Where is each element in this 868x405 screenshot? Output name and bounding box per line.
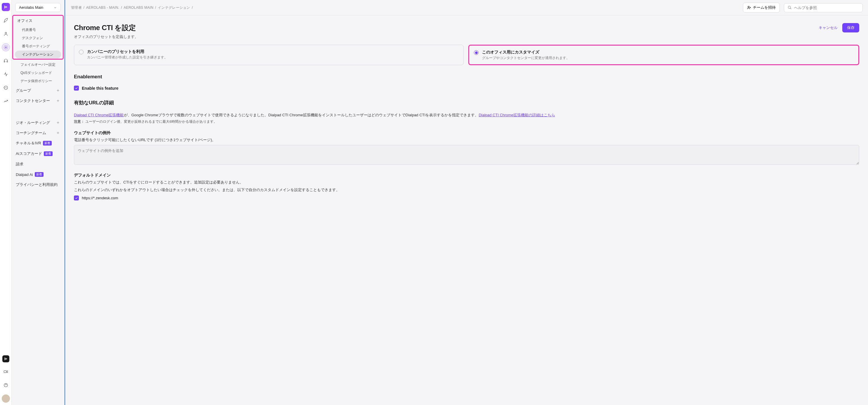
domain-item-label: https://*.zendesk.com [82,196,118,200]
check-icon [75,87,78,90]
sidebar-item-channel-ivr[interactable]: チャネル＆IVR新着 [12,138,64,149]
ai-badge-icon[interactable] [2,355,9,362]
cancel-button[interactable]: キャンセル [818,25,838,30]
activity-icon[interactable] [2,70,10,78]
sidebar-item-qos[interactable]: QoSダッシュボード [13,69,63,77]
main-content: Chrome CTI を設定 オフィスのプリセットを定義します。 キャンセル 保… [65,15,868,405]
sidebar-item-failover[interactable]: フェイルオーバー設定 [13,61,63,69]
sidebar-item-integration[interactable]: インテグレーション [15,51,61,58]
new-badge: 新着 [35,172,43,177]
chevron-down-icon [54,6,57,9]
svg-point-1 [5,47,6,48]
office-section-highlight: オフィス 代表番号 デスクフォン 番号ポーティング インテグレーション [12,15,64,60]
sidebar-header-geo[interactable]: ジオ・ルーティング＋ [12,118,64,128]
page-title: Chrome CTI を設定 [74,23,138,32]
person-plus-icon [747,5,751,10]
svg-point-6 [748,6,749,8]
sidebar-item-retention[interactable]: データ保持ポリシー [13,77,63,85]
workspace-name: Aerolabs Main [19,5,43,10]
history-icon[interactable] [2,84,10,92]
plus-icon[interactable]: ＋ [56,88,60,93]
preset-company-card[interactable]: カンパニーのプリセットを利用 カンパニー管理者が作成した設定を引き継ぎます。 [74,45,464,65]
sidebar-header-office[interactable]: オフィス [13,16,63,26]
enable-feature-checkbox[interactable] [74,86,79,91]
default-domain-line2: これらのドメインのいずれかをオプトアウトしたい場合はチェックを外してください。ま… [74,187,859,193]
svg-rect-4 [4,371,6,373]
person-icon[interactable] [2,30,10,38]
cti-ext-link[interactable]: Dialpad CTI Chrome拡張機能 [74,113,124,117]
headset-icon[interactable] [2,57,10,65]
gear-icon[interactable] [2,43,10,52]
svg-point-7 [788,6,790,8]
video-icon[interactable] [2,368,10,376]
rocket-icon[interactable] [2,17,10,25]
sidebar-header-contactcenter[interactable]: コンタクトセンター＋ [12,96,64,106]
svg-point-0 [5,32,6,34]
domain-checkbox[interactable] [74,195,79,200]
exceptions-heading: ウェブサイトの例外 [74,130,859,135]
help-search-input[interactable] [794,5,859,10]
sidebar-item-deskphone[interactable]: デスクフォン [15,34,61,42]
new-badge: 新着 [43,141,52,146]
valid-urls-note: 注意： ユーザーのログイン後、変更が反映されるまでに最大6時間かかる場合がありま… [74,120,859,124]
radio-unselected[interactable] [79,50,84,54]
default-domain-line1: これらのウェブサイトでは、CTIをすぐにロードすることができます。追加設定は必要… [74,180,859,185]
topbar: 管理者 / AEROLABS - MAIN. / AEROLABS MAIN /… [65,0,868,15]
sidebar-item-porting[interactable]: 番号ポーティング [15,42,61,50]
help-search[interactable] [784,3,863,12]
check-icon [75,196,78,199]
exceptions-desc: 電話番号をクリック可能にしたくないURLです (1行につき1ウェブサイト/ページ… [74,137,859,143]
plus-icon[interactable]: ＋ [56,98,60,103]
sidebar-item-main-number[interactable]: 代表番号 [15,26,61,34]
sidebar-item-dialpad-ai[interactable]: Dialpad Ai新着 [12,169,64,179]
trend-icon[interactable] [2,97,10,105]
valid-urls-heading: 有効なURLの詳細 [74,99,859,106]
sidebar-item-scorecard[interactable]: Aiスコアカード新着 [12,149,64,159]
sidebar-item-privacy[interactable]: プライバシーと利用規約 [12,179,64,190]
sidebar-item-billing[interactable]: 請求 [12,159,64,169]
help-icon[interactable] [2,381,10,389]
sidebar-header-group[interactable]: グループ＋ [12,85,64,96]
sidebar-header-coaching[interactable]: コーチングチーム＋ [12,128,64,138]
enable-feature-label: Enable this feature [82,86,118,91]
plus-icon[interactable]: ＋ [56,130,60,135]
svg-rect-2 [4,61,5,62]
invite-team-button[interactable]: チームを招待 [743,3,780,12]
cti-ext-details-link[interactable]: Dialpad CTI Chrome拡張機能の詳細はこちら [478,113,555,117]
svg-rect-3 [7,61,8,62]
app-logo[interactable] [2,3,10,11]
breadcrumb: 管理者 / AEROLABS - MAIN. / AEROLABS MAIN /… [70,5,739,10]
preset-office-card[interactable]: このオフィス用にカスタマイズ グループやコンタクトセンターに変更が適用されます。 [468,45,859,65]
save-button[interactable]: 保存 [842,23,859,32]
default-domain-heading: デフォルトドメイン [74,173,859,178]
avatar[interactable] [2,395,10,403]
icon-rail [0,0,12,405]
page-subtitle: オフィスのプリセットを定義します。 [74,34,138,39]
valid-urls-text: Dialpad CTI Chrome拡張機能が、Google Chromeブラウ… [74,112,859,118]
workspace-selector[interactable]: Aerolabs Main [15,3,61,12]
sidebar: Aerolabs Main オフィス 代表番号 デスクフォン 番号ポーティング … [12,0,65,405]
search-icon [788,5,792,10]
enablement-heading: Enablement [74,74,859,80]
exceptions-textarea[interactable] [74,145,859,165]
new-badge: 新着 [44,151,53,156]
radio-selected[interactable] [474,50,478,55]
plus-icon[interactable]: ＋ [56,120,60,125]
